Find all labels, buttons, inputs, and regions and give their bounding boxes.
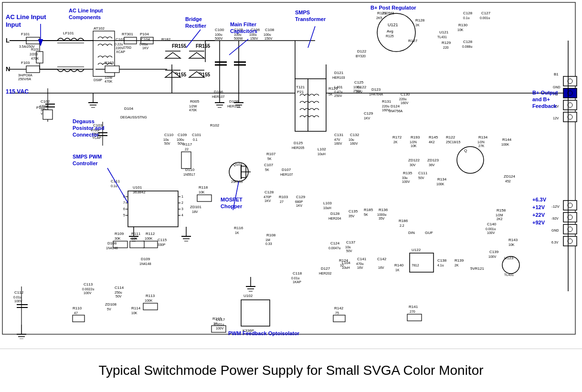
svg-rect-225 [143,303,158,310]
svg-text:C141: C141 [357,257,367,261]
svg-text:C110: C110 [164,133,174,137]
svg-rect-248 [241,300,270,326]
svg-rect-288 [407,314,422,321]
svg-text:C128: C128 [463,11,473,15]
svg-text:Degauss: Degauss [73,118,95,124]
svg-text:0.0022u: 0.0022u [82,287,94,291]
svg-rect-291 [333,315,345,322]
svg-text:DEGAUSS/STNG: DEGAUSS/STNG [120,116,147,119]
svg-rect-215 [130,241,144,248]
svg-text:GND: GND [551,229,559,232]
svg-text:1K: 1K [395,268,400,272]
svg-text:R114: R114 [131,306,141,310]
svg-text:D127: D127 [321,266,330,271]
svg-text:18V: 18V [192,210,198,213]
svg-rect-45 [105,66,119,73]
svg-text:220u: 220u [399,97,407,101]
svg-text:R193: R193 [411,135,420,139]
svg-text:R110: R110 [73,306,82,310]
svg-text:BY320: BY320 [356,54,366,58]
diagram-caption: Typical Switchmode Power Supply for Smal… [98,363,483,378]
svg-text:TL431: TL431 [504,273,514,276]
svg-text:C128: C128 [265,190,274,194]
svg-text:SMPS PWM: SMPS PWM [73,154,102,159]
svg-text:10K: 10K [508,243,515,246]
svg-text:R158: R158 [497,208,506,212]
svg-text:470K: 470K [105,80,113,83]
svg-text:33u: 33u [402,176,408,180]
svg-text:50V: 50V [418,176,424,180]
svg-text:330P: 330P [158,243,166,246]
svg-point-353 [457,147,484,173]
svg-text:-92V: -92V [551,217,559,220]
svg-text:1KAP: 1KAP [293,280,301,284]
svg-text:D108: D108 [107,241,117,245]
svg-text:R186: R186 [399,219,408,223]
svg-text:HER204: HER204 [328,217,341,220]
svg-text:B1: B1 [554,72,559,76]
svg-text:Posistor and: Posistor and [73,125,105,131]
svg-text:U122: U122 [412,248,421,252]
svg-text:7: 7 [123,201,125,204]
svg-text:R142: R142 [334,306,344,310]
svg-text:ZD122: ZD122 [408,158,420,162]
svg-text:250V: 250V [334,94,342,97]
svg-text:Avg: Avg [387,29,393,33]
svg-text:D125: D125 [294,141,303,145]
svg-point-106 [377,13,415,52]
svg-rect-230 [73,315,85,322]
svg-text:U102: U102 [243,294,253,298]
svg-text:C109: C109 [178,133,187,137]
svg-text:R140: R140 [394,263,404,267]
svg-text:C132: C132 [350,133,360,137]
svg-text:12V: 12V [553,117,559,120]
svg-text:1N4148: 1N4148 [139,262,151,265]
svg-text:100V: 100V [84,291,92,295]
svg-text:150V: 150V [265,37,273,40]
svg-text:D104: D104 [124,106,134,111]
svg-text:50V: 50V [164,142,170,145]
svg-text:R128: R128 [415,18,425,22]
svg-text:+12V: +12V [532,204,545,210]
svg-text:F103: F103 [21,61,30,65]
svg-text:C122: C122 [357,85,367,89]
svg-text:220: 220 [443,46,449,49]
svg-text:5K: 5K [364,213,368,216]
svg-text:7812: 7812 [412,264,419,267]
svg-text:U123: U123 [504,256,514,260]
svg-text:DS8P: DS8P [94,78,103,82]
svg-text:C115: C115 [158,238,167,242]
svg-text:C102: C102 [41,99,50,104]
svg-text:R134: R134 [478,135,488,139]
svg-text:R129: R129 [328,86,338,91]
svg-text:6: 6 [123,207,125,211]
svg-text:U101: U101 [133,185,142,190]
svg-text:C130: C130 [401,92,410,96]
svg-text:2.2: 2.2 [400,224,404,227]
svg-text:R116: R116 [234,226,243,230]
svg-text:R135: R135 [403,171,413,175]
svg-text:+92V: +92V [532,220,545,225]
main-container: L N F101 3.5A/250V F103 3H/PO8A 250V/6A … [0,0,582,392]
svg-text:FR155: FR155 [196,43,210,49]
svg-text:D124: D124 [391,104,400,108]
svg-text:T121: T121 [296,85,305,89]
svg-text:GUF: GUF [425,231,433,235]
svg-text:D122: D122 [357,49,367,53]
svg-rect-268 [410,253,434,272]
svg-text:4: 4 [181,213,183,217]
svg-text:1/2W: 1/2W [105,76,113,79]
svg-text:100u: 100u [264,33,271,36]
svg-text:B+ Post  Regulator: B+ Post Regulator [370,5,416,11]
svg-text:Chopper: Chopper [221,203,243,209]
svg-text:250V/6A: 250V/6A [18,77,31,81]
svg-text:F101: F101 [21,32,30,36]
svg-text:680P: 680P [295,200,303,203]
svg-text:C140: C140 [487,222,497,226]
svg-text:250u: 250u [115,291,122,294]
svg-text:16V: 16V [357,266,363,269]
svg-text:160V: 160V [350,142,358,145]
svg-text:3: 3 [181,207,183,211]
svg-text:1KV: 1KV [142,46,149,50]
svg-text:0.001u: 0.001u [486,227,496,231]
